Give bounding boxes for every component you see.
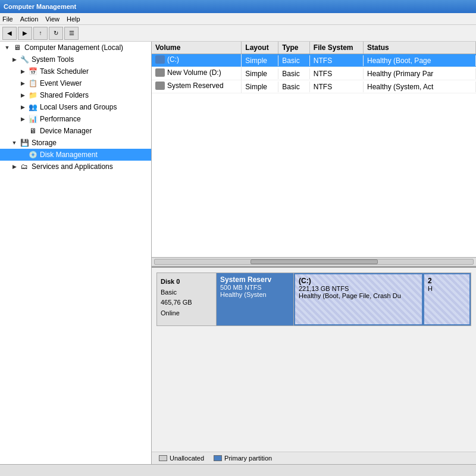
col-header-layout[interactable]: Layout	[242, 42, 278, 54]
forward-button[interactable]: ▶	[18, 27, 32, 40]
event-viewer-icon: 📋	[27, 79, 38, 88]
sidebar-item-services-apps[interactable]: ▶ 🗂 Services and Applications	[0, 161, 151, 173]
window-title: Computer Management	[4, 3, 76, 10]
horizontal-scrollbar[interactable]	[152, 257, 476, 267]
cell-status-1: Healthy (Primary Par	[364, 68, 476, 79]
toolbar: ◀ ▶ ↑ ↻ ☰	[0, 25, 476, 42]
partition-status-reserved: Healthy (Systen	[220, 291, 290, 298]
task-scheduler-label: Task Scheduler	[40, 67, 89, 76]
partition-name-extra: 2	[428, 277, 466, 285]
cell-volume-0: (C:)	[152, 54, 242, 67]
performance-icon: 📊	[27, 114, 38, 124]
partition-system-reserved[interactable]: System Reserv 500 MB NTFS Healthy (Syste…	[217, 273, 294, 325]
main-panel: Volume Layout Type File System Status (C…	[152, 42, 476, 464]
cell-status-2: Healthy (System, Act	[364, 82, 476, 92]
show-hide-button[interactable]: ☰	[64, 27, 79, 40]
table-header: Volume Layout Type File System Status	[152, 42, 476, 54]
legend-item-unallocated: Unallocated	[159, 455, 204, 462]
expand-icon-root: ▼	[2, 45, 12, 51]
device-manager-icon: 🖥	[27, 126, 38, 136]
sidebar-item-root[interactable]: ▼ 🖥 Computer Management (Local)	[0, 42, 151, 54]
local-users-icon: 👥	[27, 102, 38, 112]
expand-icon-task-scheduler: ▶	[18, 68, 27, 74]
storage-icon: 💾	[19, 138, 30, 148]
expand-icon-performance: ▶	[18, 116, 27, 122]
sidebar-item-event-viewer[interactable]: ▶ 📋 Event Viewer	[0, 77, 151, 89]
table-body: (C:) Simple Basic NTFS Healthy (Boot, Pa…	[152, 54, 476, 257]
sidebar-item-storage[interactable]: ▼ 💾 Storage	[0, 137, 151, 149]
sidebar-item-device-manager[interactable]: 🖥 Device Manager	[0, 125, 151, 137]
disk-label-line4: Online	[161, 308, 212, 319]
disk-icon-2	[155, 82, 165, 90]
disk-table-section: Volume Layout Type File System Status (C…	[152, 42, 476, 268]
up-button[interactable]: ↑	[33, 27, 48, 40]
sidebar-item-disk-management[interactable]: 💿 Disk Management	[0, 149, 151, 161]
cell-layout-2: Simple	[242, 82, 278, 92]
expand-icon-system-tools: ▶	[10, 57, 19, 62]
col-header-type[interactable]: Type	[278, 42, 310, 54]
partition-status-c: Healthy (Boot, Page File, Crash Du	[299, 292, 418, 299]
shared-folders-label: Shared Folders	[40, 91, 89, 99]
sidebar-item-performance[interactable]: ▶ 📊 Performance	[0, 113, 151, 125]
legend-bar: Unallocated Primary partition	[152, 452, 476, 464]
partition-name-reserved: System Reserv	[220, 275, 290, 284]
menu-help[interactable]: Help	[67, 15, 80, 23]
legend-item-primary: Primary partition	[214, 455, 272, 462]
disk-visual-section: Disk 0 Basic 465,76 GB Online System Res…	[152, 268, 476, 464]
scrollbar-thumb[interactable]	[250, 259, 378, 264]
cell-volume-2: System Reserved	[152, 80, 242, 93]
partition-status-extra: H	[428, 285, 466, 292]
cell-fs-1: NTFS	[310, 68, 364, 79]
expand-icon-services-apps: ▶	[10, 164, 19, 170]
sidebar-item-task-scheduler[interactable]: ▶ 📅 Task Scheduler	[0, 65, 151, 77]
partition-extra[interactable]: 2 H	[423, 273, 471, 325]
disk-icon-0	[155, 55, 165, 64]
table-row[interactable]: (C:) Simple Basic NTFS Healthy (Boot, Pa…	[152, 54, 476, 67]
menu-bar: File Action View Help	[0, 13, 476, 25]
cell-fs-0: NTFS	[310, 55, 364, 66]
table-row[interactable]: System Reserved Simple Basic NTFS Health…	[152, 80, 476, 93]
system-tools-icon: 🔧	[19, 55, 30, 64]
partition-size-c: 221,13 GB NTFS	[299, 285, 418, 292]
partition-size-reserved: 500 MB NTFS	[220, 284, 290, 291]
expand-icon-shared-folders: ▶	[18, 92, 27, 98]
sidebar-item-shared-folders[interactable]: ▶ 📁 Shared Folders	[0, 89, 151, 101]
legend-swatch-primary	[214, 455, 222, 461]
menu-action[interactable]: Action	[20, 15, 39, 23]
menu-file[interactable]: File	[2, 15, 13, 23]
menu-view[interactable]: View	[45, 15, 60, 23]
expand-icon-storage: ▼	[10, 140, 19, 146]
cell-fs-2: NTFS	[310, 82, 364, 92]
task-scheduler-icon: 📅	[27, 67, 38, 76]
sidebar-item-local-users[interactable]: ▶ 👥 Local Users and Groups	[0, 101, 151, 113]
col-header-filesystem[interactable]: File System	[310, 42, 364, 54]
root-label: Computer Management (Local)	[24, 43, 123, 52]
disk-partitions: System Reserv 500 MB NTFS Healthy (Syste…	[217, 273, 471, 325]
cell-layout-0: Simple	[242, 55, 278, 66]
disk-icon-1	[155, 68, 165, 77]
refresh-button[interactable]: ↻	[49, 27, 63, 40]
computer-management-window: Computer Management File Action View Hel…	[0, 0, 476, 476]
services-apps-label: Services and Applications	[32, 162, 113, 171]
storage-label: Storage	[32, 139, 57, 147]
disk-label-line1: Disk 0	[161, 277, 212, 287]
disk-label-0: Disk 0 Basic 465,76 GB Online	[157, 273, 217, 325]
content-area: ▼ 🖥 Computer Management (Local) ▶ 🔧 Syst…	[0, 42, 476, 464]
sidebar-item-system-tools[interactable]: ▶ 🔧 System Tools	[0, 54, 151, 65]
partition-c[interactable]: (C:) 221,13 GB NTFS Healthy (Boot, Page …	[294, 273, 423, 325]
disk-management-icon: 💿	[27, 150, 38, 159]
disk-label-line2: Basic	[161, 287, 212, 298]
disk-management-label: Disk Management	[40, 151, 98, 159]
event-viewer-label: Event Viewer	[40, 79, 82, 87]
disk-label-line3: 465,76 GB	[161, 298, 212, 308]
status-bar	[0, 464, 476, 476]
scrollbar-track[interactable]	[154, 259, 474, 265]
back-button[interactable]: ◀	[2, 27, 17, 40]
table-row[interactable]: New Volume (D:) Simple Basic NTFS Health…	[152, 67, 476, 80]
cell-type-2: Basic	[278, 82, 310, 92]
cell-status-0: Healthy (Boot, Page	[364, 55, 476, 66]
disk-row-0: Disk 0 Basic 465,76 GB Online System Res…	[156, 273, 471, 326]
col-header-status[interactable]: Status	[364, 42, 476, 54]
services-apps-icon: 🗂	[19, 162, 30, 171]
col-header-volume[interactable]: Volume	[152, 42, 242, 54]
